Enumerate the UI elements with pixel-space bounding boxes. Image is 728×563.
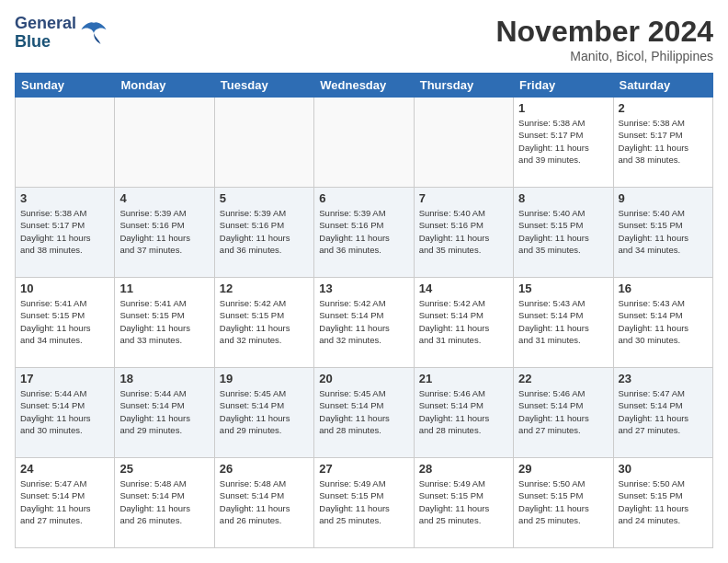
day-number: 1 [518, 101, 608, 115]
weekday-header: Monday [115, 74, 214, 98]
day-info: Sunrise: 5:45 AM Sunset: 5:14 PM Dayligh… [319, 387, 408, 436]
day-number: 25 [119, 462, 209, 476]
day-info: Sunrise: 5:49 AM Sunset: 5:15 PM Dayligh… [319, 477, 408, 526]
logo: General Blue [15, 15, 108, 52]
day-info: Sunrise: 5:43 AM Sunset: 5:14 PM Dayligh… [518, 297, 608, 346]
calendar-day-cell [115, 98, 214, 188]
day-number: 4 [119, 191, 209, 205]
weekday-header-row: SundayMondayTuesdayWednesdayThursdayFrid… [16, 74, 713, 98]
day-number: 30 [619, 462, 708, 476]
day-info: Sunrise: 5:43 AM Sunset: 5:14 PM Dayligh… [619, 297, 708, 346]
calendar-day-cell: 25Sunrise: 5:48 AM Sunset: 5:14 PM Dayli… [115, 458, 214, 548]
day-info: Sunrise: 5:40 AM Sunset: 5:16 PM Dayligh… [419, 207, 508, 256]
day-info: Sunrise: 5:40 AM Sunset: 5:15 PM Dayligh… [518, 207, 608, 256]
day-number: 9 [619, 191, 708, 205]
calendar-day-cell: 27Sunrise: 5:49 AM Sunset: 5:15 PM Dayli… [314, 458, 414, 548]
day-info: Sunrise: 5:39 AM Sunset: 5:16 PM Dayligh… [119, 207, 209, 256]
day-info: Sunrise: 5:38 AM Sunset: 5:17 PM Dayligh… [20, 207, 109, 256]
day-info: Sunrise: 5:47 AM Sunset: 5:14 PM Dayligh… [619, 387, 708, 436]
calendar-day-cell: 2Sunrise: 5:38 AM Sunset: 5:17 PM Daylig… [613, 98, 712, 188]
calendar-day-cell: 20Sunrise: 5:45 AM Sunset: 5:14 PM Dayli… [314, 368, 414, 458]
day-info: Sunrise: 5:41 AM Sunset: 5:15 PM Dayligh… [119, 297, 209, 346]
day-number: 13 [319, 282, 408, 295]
day-info: Sunrise: 5:40 AM Sunset: 5:15 PM Dayligh… [619, 207, 708, 256]
day-info: Sunrise: 5:42 AM Sunset: 5:15 PM Dayligh… [220, 297, 309, 346]
day-info: Sunrise: 5:38 AM Sunset: 5:17 PM Dayligh… [518, 117, 608, 166]
calendar-day-cell: 8Sunrise: 5:40 AM Sunset: 5:15 PM Daylig… [514, 188, 613, 278]
day-info: Sunrise: 5:38 AM Sunset: 5:17 PM Dayligh… [619, 117, 708, 166]
weekday-header: Saturday [613, 74, 712, 98]
day-info: Sunrise: 5:46 AM Sunset: 5:14 PM Dayligh… [518, 387, 608, 436]
day-number: 24 [20, 462, 109, 476]
calendar-day-cell: 21Sunrise: 5:46 AM Sunset: 5:14 PM Dayli… [414, 368, 513, 458]
day-info: Sunrise: 5:46 AM Sunset: 5:14 PM Dayligh… [419, 387, 508, 436]
logo-line1: General [15, 15, 76, 33]
page: General Blue November 2024 Manito, Bicol… [0, 0, 728, 563]
calendar-day-cell: 15Sunrise: 5:43 AM Sunset: 5:14 PM Dayli… [514, 278, 613, 368]
logo-text: General Blue [15, 15, 76, 52]
day-number: 14 [419, 282, 508, 295]
day-number: 22 [518, 372, 608, 385]
day-info: Sunrise: 5:39 AM Sunset: 5:16 PM Dayligh… [319, 207, 408, 256]
calendar-day-cell: 12Sunrise: 5:42 AM Sunset: 5:15 PM Dayli… [214, 278, 313, 368]
calendar-day-cell: 22Sunrise: 5:46 AM Sunset: 5:14 PM Dayli… [514, 368, 613, 458]
day-info: Sunrise: 5:50 AM Sunset: 5:15 PM Dayligh… [518, 477, 608, 526]
day-number: 3 [20, 191, 109, 205]
day-number: 27 [319, 462, 408, 476]
calendar-day-cell: 30Sunrise: 5:50 AM Sunset: 5:15 PM Dayli… [613, 458, 712, 548]
day-number: 5 [220, 191, 309, 205]
calendar-day-cell: 13Sunrise: 5:42 AM Sunset: 5:14 PM Dayli… [314, 278, 414, 368]
calendar-day-cell: 29Sunrise: 5:50 AM Sunset: 5:15 PM Dayli… [514, 458, 613, 548]
day-number: 8 [518, 191, 608, 205]
day-info: Sunrise: 5:41 AM Sunset: 5:15 PM Dayligh… [20, 297, 109, 346]
calendar-day-cell: 6Sunrise: 5:39 AM Sunset: 5:16 PM Daylig… [314, 188, 414, 278]
day-info: Sunrise: 5:45 AM Sunset: 5:14 PM Dayligh… [220, 387, 309, 436]
calendar-day-cell: 18Sunrise: 5:44 AM Sunset: 5:14 PM Dayli… [115, 368, 214, 458]
weekday-header: Wednesday [314, 74, 414, 98]
weekday-header: Tuesday [214, 74, 313, 98]
day-number: 10 [20, 282, 109, 295]
day-number: 11 [119, 282, 209, 295]
day-number: 16 [619, 282, 708, 295]
calendar-table: SundayMondayTuesdayWednesdayThursdayFrid… [15, 73, 713, 548]
location: Manito, Bicol, Philippines [495, 49, 713, 63]
day-number: 2 [619, 101, 708, 115]
month-title: November 2024 [495, 15, 713, 49]
day-number: 12 [220, 282, 309, 295]
calendar-day-cell [314, 98, 414, 188]
calendar-week-row: 1Sunrise: 5:38 AM Sunset: 5:17 PM Daylig… [16, 98, 713, 188]
day-info: Sunrise: 5:50 AM Sunset: 5:15 PM Dayligh… [619, 477, 708, 526]
calendar-day-cell: 19Sunrise: 5:45 AM Sunset: 5:14 PM Dayli… [214, 368, 313, 458]
day-number: 20 [319, 372, 408, 385]
calendar-day-cell: 23Sunrise: 5:47 AM Sunset: 5:14 PM Dayli… [613, 368, 712, 458]
calendar-day-cell: 26Sunrise: 5:48 AM Sunset: 5:14 PM Dayli… [214, 458, 313, 548]
day-number: 19 [220, 372, 309, 385]
calendar-week-row: 24Sunrise: 5:47 AM Sunset: 5:14 PM Dayli… [16, 458, 713, 548]
weekday-header: Thursday [414, 74, 513, 98]
day-info: Sunrise: 5:44 AM Sunset: 5:14 PM Dayligh… [20, 387, 109, 436]
calendar-day-cell: 11Sunrise: 5:41 AM Sunset: 5:15 PM Dayli… [115, 278, 214, 368]
calendar-day-cell: 14Sunrise: 5:42 AM Sunset: 5:14 PM Dayli… [414, 278, 513, 368]
calendar-day-cell: 10Sunrise: 5:41 AM Sunset: 5:15 PM Dayli… [16, 278, 115, 368]
day-number: 28 [419, 462, 508, 476]
day-info: Sunrise: 5:42 AM Sunset: 5:14 PM Dayligh… [319, 297, 408, 346]
day-number: 29 [518, 462, 608, 476]
calendar-week-row: 10Sunrise: 5:41 AM Sunset: 5:15 PM Dayli… [16, 278, 713, 368]
day-info: Sunrise: 5:42 AM Sunset: 5:14 PM Dayligh… [419, 297, 508, 346]
calendar-day-cell [414, 98, 513, 188]
header: General Blue November 2024 Manito, Bicol… [15, 15, 713, 63]
day-number: 7 [419, 191, 508, 205]
calendar-day-cell: 28Sunrise: 5:49 AM Sunset: 5:15 PM Dayli… [414, 458, 513, 548]
calendar-day-cell: 3Sunrise: 5:38 AM Sunset: 5:17 PM Daylig… [16, 188, 115, 278]
day-number: 26 [220, 462, 309, 476]
calendar-day-cell [16, 98, 115, 188]
calendar-day-cell: 17Sunrise: 5:44 AM Sunset: 5:14 PM Dayli… [16, 368, 115, 458]
calendar-day-cell: 7Sunrise: 5:40 AM Sunset: 5:16 PM Daylig… [414, 188, 513, 278]
day-number: 21 [419, 372, 508, 385]
weekday-header: Sunday [16, 74, 115, 98]
day-info: Sunrise: 5:47 AM Sunset: 5:14 PM Dayligh… [20, 477, 109, 526]
day-number: 6 [319, 191, 408, 205]
day-info: Sunrise: 5:44 AM Sunset: 5:14 PM Dayligh… [119, 387, 209, 436]
day-info: Sunrise: 5:39 AM Sunset: 5:16 PM Dayligh… [220, 207, 309, 256]
weekday-header: Friday [514, 74, 613, 98]
